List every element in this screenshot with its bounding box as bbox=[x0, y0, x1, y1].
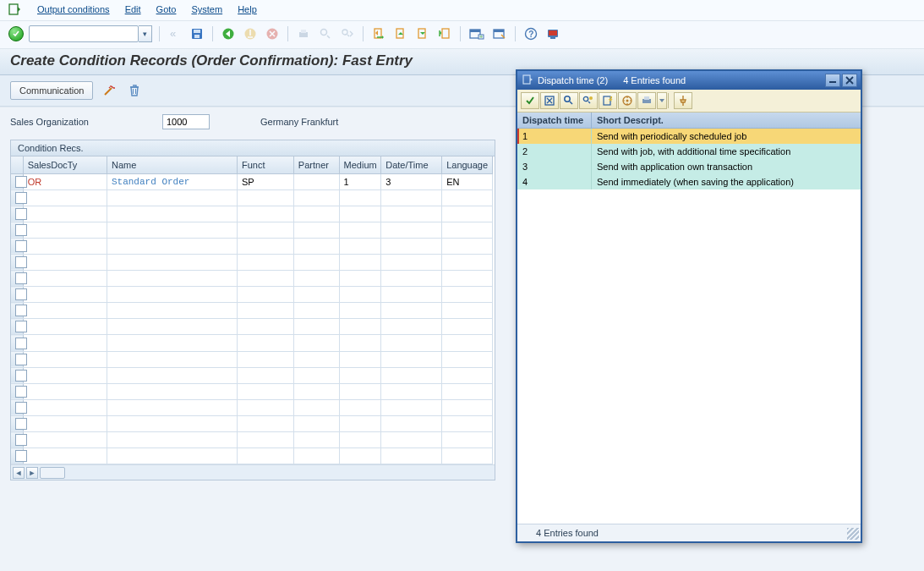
table-row[interactable] bbox=[11, 287, 493, 303]
cell[interactable] bbox=[442, 287, 493, 303]
cell[interactable] bbox=[381, 448, 442, 464]
row-checkbox[interactable] bbox=[15, 434, 27, 446]
cell[interactable] bbox=[237, 303, 293, 319]
table-row[interactable] bbox=[11, 335, 493, 351]
table-row[interactable] bbox=[11, 271, 493, 287]
grid-h-scrollbar[interactable]: ◄ ► bbox=[11, 464, 495, 480]
cell[interactable] bbox=[107, 206, 237, 222]
enter-icon[interactable] bbox=[8, 26, 24, 41]
new-session-icon[interactable]: + bbox=[467, 25, 486, 42]
row-checkbox[interactable] bbox=[15, 176, 27, 188]
cell[interactable] bbox=[23, 448, 107, 464]
cell[interactable] bbox=[107, 222, 237, 238]
cell[interactable] bbox=[237, 319, 293, 335]
cell[interactable] bbox=[339, 238, 381, 254]
cell[interactable]: OR bbox=[23, 173, 107, 189]
cell[interactable] bbox=[237, 383, 293, 399]
menu-doc-icon[interactable] bbox=[8, 3, 22, 15]
row-checkbox[interactable] bbox=[15, 402, 27, 414]
table-row[interactable]: ORStandard OrderSP13EN bbox=[11, 173, 493, 189]
cell[interactable] bbox=[381, 351, 442, 367]
cell[interactable] bbox=[442, 238, 493, 254]
cell[interactable] bbox=[23, 303, 107, 319]
cell[interactable] bbox=[339, 432, 381, 448]
cell[interactable] bbox=[381, 367, 442, 383]
popup-col-dispatch-time[interactable]: Dispatch time bbox=[517, 113, 592, 128]
row-checkbox[interactable] bbox=[15, 386, 27, 398]
table-row[interactable] bbox=[11, 432, 493, 448]
cell[interactable] bbox=[381, 415, 442, 431]
row-selector[interactable] bbox=[11, 271, 23, 287]
cell[interactable] bbox=[339, 383, 381, 399]
cell[interactable] bbox=[23, 238, 107, 254]
popup-titlebar[interactable]: Dispatch time (2) 4 Entries found bbox=[517, 71, 861, 90]
cell[interactable] bbox=[237, 351, 293, 367]
cell[interactable] bbox=[237, 271, 293, 287]
cell[interactable] bbox=[23, 189, 107, 206]
help-icon[interactable]: ? bbox=[522, 25, 539, 42]
cell[interactable] bbox=[381, 335, 442, 351]
cell[interactable] bbox=[293, 415, 339, 431]
cell[interactable] bbox=[293, 238, 339, 254]
cell[interactable] bbox=[442, 432, 493, 448]
cell[interactable] bbox=[381, 287, 442, 303]
cell[interactable] bbox=[339, 303, 381, 319]
cell[interactable] bbox=[107, 238, 237, 254]
cell[interactable] bbox=[23, 271, 107, 287]
cell[interactable] bbox=[339, 415, 381, 431]
cell[interactable] bbox=[339, 271, 381, 287]
table-row[interactable] bbox=[11, 303, 493, 319]
col-name[interactable]: Name bbox=[107, 156, 237, 173]
cell[interactable] bbox=[107, 189, 237, 206]
cell[interactable] bbox=[381, 383, 442, 399]
cell[interactable] bbox=[293, 173, 339, 189]
cell[interactable] bbox=[442, 351, 493, 367]
scroll-left-icon[interactable]: ◄ bbox=[13, 467, 25, 479]
row-checkbox[interactable] bbox=[15, 321, 27, 332]
menu-help[interactable]: Help bbox=[238, 4, 257, 14]
cell[interactable] bbox=[23, 367, 107, 383]
scroll-right-icon[interactable]: ► bbox=[26, 467, 38, 479]
table-row[interactable] bbox=[11, 383, 493, 399]
cell[interactable] bbox=[107, 303, 237, 319]
table-row[interactable] bbox=[11, 206, 493, 222]
cell[interactable] bbox=[107, 415, 237, 431]
cell[interactable] bbox=[381, 238, 442, 254]
row-selector[interactable] bbox=[11, 415, 23, 431]
menu-output-conditions[interactable]: Output conditions bbox=[37, 4, 110, 14]
row-checkbox[interactable] bbox=[15, 305, 27, 316]
popup-print-icon[interactable] bbox=[637, 92, 656, 109]
popup-cancel-box-icon[interactable] bbox=[540, 92, 559, 109]
popup-print-dd-icon[interactable] bbox=[657, 92, 667, 109]
cell[interactable] bbox=[339, 399, 381, 415]
row-selector[interactable] bbox=[11, 206, 23, 222]
popup-minimize-icon[interactable] bbox=[825, 74, 840, 87]
last-page-icon[interactable] bbox=[436, 25, 453, 42]
cell[interactable] bbox=[339, 189, 381, 206]
popup-row[interactable]: 2Send with job, with additional time spe… bbox=[517, 144, 861, 159]
cell[interactable] bbox=[293, 432, 339, 448]
cell[interactable] bbox=[293, 399, 339, 415]
cell[interactable] bbox=[442, 254, 493, 270]
row-selector[interactable] bbox=[11, 351, 23, 367]
cell[interactable] bbox=[237, 287, 293, 303]
cell[interactable] bbox=[23, 287, 107, 303]
cell[interactable] bbox=[293, 367, 339, 383]
cell[interactable] bbox=[107, 383, 237, 399]
cell[interactable] bbox=[23, 335, 107, 351]
cell[interactable] bbox=[237, 415, 293, 431]
cell[interactable] bbox=[107, 432, 237, 448]
row-selector[interactable] bbox=[11, 287, 23, 303]
cell[interactable] bbox=[381, 254, 442, 270]
cell[interactable] bbox=[107, 287, 237, 303]
cell[interactable] bbox=[442, 448, 493, 464]
cell[interactable] bbox=[107, 271, 237, 287]
cell[interactable] bbox=[237, 399, 293, 415]
cell[interactable] bbox=[442, 319, 493, 335]
cell[interactable] bbox=[381, 432, 442, 448]
cell[interactable] bbox=[442, 335, 493, 351]
row-checkbox[interactable] bbox=[15, 354, 27, 365]
cell[interactable] bbox=[442, 271, 493, 287]
cell[interactable] bbox=[339, 335, 381, 351]
cell[interactable] bbox=[107, 367, 237, 383]
